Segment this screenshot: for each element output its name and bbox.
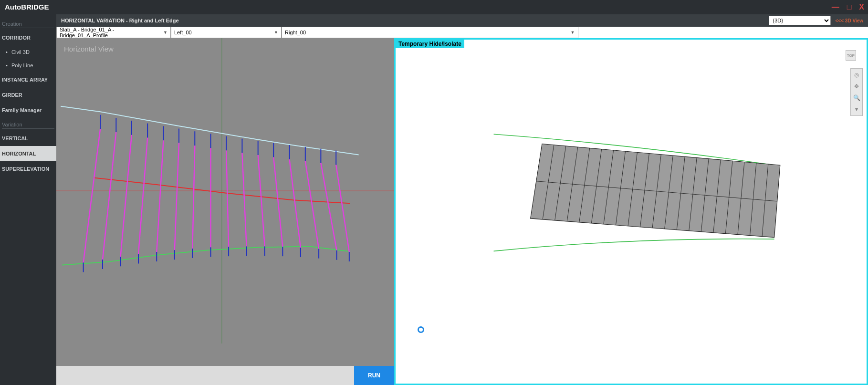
svg-line-42 xyxy=(305,161,319,249)
sidebar-item-family-manager[interactable]: Family Manager xyxy=(0,103,56,118)
right-edge-value: Right_00 xyxy=(285,30,306,35)
sidebar-item-corridor[interactable]: CORRIDOR xyxy=(0,30,56,45)
three-d-canvas xyxy=(396,40,867,384)
main: HORIZONTAL VARIATION - Right and Left Ed… xyxy=(56,14,868,385)
svg-line-6 xyxy=(103,132,116,260)
svg-line-36 xyxy=(273,157,282,247)
sidebar-section-creation: Creation xyxy=(0,17,56,30)
maximize-icon[interactable]: □ xyxy=(847,0,852,14)
origin-marker-icon xyxy=(418,326,424,333)
dropdown-spacer xyxy=(578,27,868,38)
svg-line-15 xyxy=(157,140,163,252)
app-title-bar: AutoBRIDGE — □ X xyxy=(0,0,868,14)
sidebar-item-girder[interactable]: GIRDER xyxy=(0,87,56,103)
svg-line-30 xyxy=(242,153,246,247)
page-title: HORIZONTAL VARIATION - Right and Left Ed… xyxy=(61,18,179,23)
sidebar: Creation CORRIDOR Civil 3D Poly Line INS… xyxy=(0,14,56,385)
svg-line-3 xyxy=(84,129,100,263)
profile-dropdown[interactable]: Slab_A - Bridge_01_A - Bridge_01_A_Profi… xyxy=(56,27,171,38)
horizontal-view-canvas xyxy=(56,38,394,343)
sidebar-section-variation: Variation xyxy=(0,118,56,131)
sidebar-item-vertical[interactable]: VERTICAL xyxy=(0,131,56,146)
dropdown-row: Slab_A - Bridge_01_A - Bridge_01_A_Profi… xyxy=(56,27,868,38)
svg-line-21 xyxy=(192,146,195,249)
right-edge-dropdown[interactable]: Right_00 ▼ xyxy=(282,27,578,38)
chevron-down-icon: ▼ xyxy=(571,30,575,35)
run-bar: RUN xyxy=(56,366,394,385)
chevron-down-icon: ▼ xyxy=(163,30,167,35)
sidebar-subitem-polyline[interactable]: Poly Line xyxy=(0,59,56,72)
header-bar: HORIZONTAL VARIATION - Right and Left Ed… xyxy=(56,14,868,27)
sidebar-subitem-civil3d[interactable]: Civil 3D xyxy=(0,45,56,59)
svg-line-9 xyxy=(121,135,132,257)
three-d-panel[interactable]: Temporary Hide/Isolate TOP ◎ ✥ 🔍 ▾ xyxy=(394,38,868,385)
profile-dropdown-value: Slab_A - Bridge_01_A - Bridge_01_A_Profi… xyxy=(60,27,160,38)
sidebar-item-superelevation[interactable]: SUPERELEVATION xyxy=(0,161,56,177)
run-button[interactable]: RUN xyxy=(354,366,394,385)
close-icon[interactable]: X xyxy=(859,0,864,14)
svg-line-12 xyxy=(138,138,147,254)
svg-line-39 xyxy=(290,159,301,248)
sidebar-item-instance-array[interactable]: INSTANCE ARRAY xyxy=(0,72,56,87)
svg-line-27 xyxy=(226,151,229,247)
svg-line-33 xyxy=(258,155,265,246)
window-controls: — □ X xyxy=(832,0,864,14)
left-edge-value: Left_00 xyxy=(174,30,192,35)
view-selector[interactable]: {3D} xyxy=(769,16,831,25)
chevron-down-icon: ▼ xyxy=(274,30,278,35)
sidebar-item-horizontal[interactable]: HORIZONTAL xyxy=(0,146,56,161)
left-edge-dropdown[interactable]: Left_00 ▼ xyxy=(171,27,282,38)
svg-line-45 xyxy=(321,163,336,250)
back-3d-view-button[interactable]: <<< 3D View xyxy=(836,18,863,23)
svg-line-48 xyxy=(336,165,349,252)
horizontal-view-panel[interactable]: Horizontal View RUN xyxy=(56,38,394,385)
svg-line-18 xyxy=(175,143,179,250)
app-title: AutoBRIDGE xyxy=(5,3,49,11)
minimize-icon[interactable]: — xyxy=(832,0,839,14)
